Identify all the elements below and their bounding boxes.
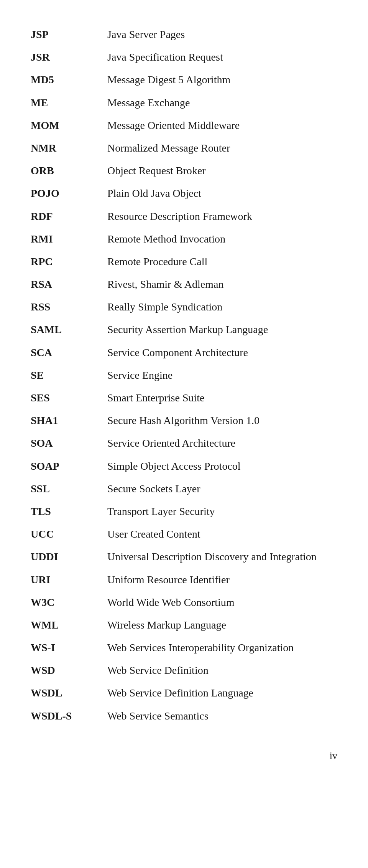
full-form: Wireless Markup Language <box>107 614 337 636</box>
table-row: WSDWeb Service Definition <box>31 659 337 682</box>
abbreviation: MOM <box>31 114 107 137</box>
table-row: UCCUser Created Content <box>31 523 337 545</box>
abbreviation: POJO <box>31 182 107 205</box>
abbreviation: UDDI <box>31 545 107 568</box>
table-row: WMLWireless Markup Language <box>31 614 337 636</box>
abbreviation: RMI <box>31 228 107 250</box>
table-row: SAMLSecurity Assertion Markup Language <box>31 318 337 341</box>
full-form: Resource Description Framework <box>107 205 337 228</box>
full-form: Really Simple Syndication <box>107 295 337 318</box>
full-form: Rivest, Shamir & Adleman <box>107 273 337 295</box>
abbreviation: WS-I <box>31 636 107 659</box>
full-form: Service Engine <box>107 364 337 386</box>
table-row: WSDL-SWeb Service Semantics <box>31 705 337 727</box>
table-row: WSDLWeb Service Definition Language <box>31 682 337 704</box>
full-form: Simple Object Access Protocol <box>107 455 337 477</box>
table-row: ORBObject Request Broker <box>31 159 337 182</box>
full-form: Message Oriented Middleware <box>107 114 337 137</box>
abbreviation: TLS <box>31 500 107 523</box>
table-row: JSRJava Specification Request <box>31 46 337 68</box>
abbreviation: MD5 <box>31 68 107 91</box>
full-form: Smart Enterprise Suite <box>107 386 337 409</box>
abbreviation: JSR <box>31 46 107 68</box>
full-form: Normalized Message Router <box>107 137 337 159</box>
full-form: Web Service Definition <box>107 659 337 682</box>
abbreviation: SOA <box>31 432 107 454</box>
table-row: JSPJava Server Pages <box>31 23 337 46</box>
full-form: Security Assertion Markup Language <box>107 318 337 341</box>
abbreviation: SCA <box>31 341 107 364</box>
full-form: User Created Content <box>107 523 337 545</box>
abbreviation: SOAP <box>31 455 107 477</box>
table-row: SCAService Component Architecture <box>31 341 337 364</box>
full-form: Service Oriented Architecture <box>107 432 337 454</box>
table-row: RSARivest, Shamir & Adleman <box>31 273 337 295</box>
abbreviation: ME <box>31 91 107 114</box>
page-number: iv <box>31 750 337 762</box>
abbreviation: WSDL <box>31 682 107 704</box>
table-row: RPCRemote Procedure Call <box>31 250 337 273</box>
table-row: MOMMessage Oriented Middleware <box>31 114 337 137</box>
abbreviation: UCC <box>31 523 107 545</box>
abbreviation: RSS <box>31 295 107 318</box>
full-form: Universal Description Discovery and Inte… <box>107 545 337 568</box>
abbreviation: NMR <box>31 137 107 159</box>
table-row: RDFResource Description Framework <box>31 205 337 228</box>
abbreviation: ORB <box>31 159 107 182</box>
abbreviation: SES <box>31 386 107 409</box>
acronym-table: JSPJava Server PagesJSRJava Specificatio… <box>31 23 337 727</box>
table-row: RMIRemote Method Invocation <box>31 228 337 250</box>
full-form: Object Request Broker <box>107 159 337 182</box>
table-row: POJOPlain Old Java Object <box>31 182 337 205</box>
table-row: WS-IWeb Services Interoperability Organi… <box>31 636 337 659</box>
table-row: SOAPSimple Object Access Protocol <box>31 455 337 477</box>
full-form: Message Exchange <box>107 91 337 114</box>
full-form: Web Services Interoperability Organizati… <box>107 636 337 659</box>
full-form: Plain Old Java Object <box>107 182 337 205</box>
full-form: Message Digest 5 Algorithm <box>107 68 337 91</box>
full-form: Remote Procedure Call <box>107 250 337 273</box>
abbreviation: URI <box>31 568 107 591</box>
table-row: SEService Engine <box>31 364 337 386</box>
full-form: Secure Hash Algorithm Version 1.0 <box>107 409 337 432</box>
abbreviation: SAML <box>31 318 107 341</box>
abbreviation: RDF <box>31 205 107 228</box>
table-row: MEMessage Exchange <box>31 91 337 114</box>
full-form: Web Service Definition Language <box>107 682 337 704</box>
table-row: SESSmart Enterprise Suite <box>31 386 337 409</box>
full-form: Uniform Resource Identifier <box>107 568 337 591</box>
abbreviation: JSP <box>31 23 107 46</box>
abbreviation: SE <box>31 364 107 386</box>
table-row: UDDIUniversal Description Discovery and … <box>31 545 337 568</box>
abbreviation: SHA1 <box>31 409 107 432</box>
table-row: MD5Message Digest 5 Algorithm <box>31 68 337 91</box>
abbreviation: W3C <box>31 591 107 614</box>
abbreviation: WML <box>31 614 107 636</box>
table-row: NMRNormalized Message Router <box>31 137 337 159</box>
full-form: Service Component Architecture <box>107 341 337 364</box>
full-form: Java Server Pages <box>107 23 337 46</box>
abbreviation: WSDL-S <box>31 705 107 727</box>
full-form: Java Specification Request <box>107 46 337 68</box>
full-form: Web Service Semantics <box>107 705 337 727</box>
full-form: World Wide Web Consortium <box>107 591 337 614</box>
full-form: Remote Method Invocation <box>107 228 337 250</box>
full-form: Secure Sockets Layer <box>107 477 337 500</box>
abbreviation: RSA <box>31 273 107 295</box>
table-row: SOAService Oriented Architecture <box>31 432 337 454</box>
full-form: Transport Layer Security <box>107 500 337 523</box>
table-row: URIUniform Resource Identifier <box>31 568 337 591</box>
abbreviation: SSL <box>31 477 107 500</box>
table-row: W3CWorld Wide Web Consortium <box>31 591 337 614</box>
table-row: RSSReally Simple Syndication <box>31 295 337 318</box>
abbreviation: WSD <box>31 659 107 682</box>
table-row: SHA1Secure Hash Algorithm Version 1.0 <box>31 409 337 432</box>
abbreviation: RPC <box>31 250 107 273</box>
table-row: SSLSecure Sockets Layer <box>31 477 337 500</box>
table-row: TLSTransport Layer Security <box>31 500 337 523</box>
